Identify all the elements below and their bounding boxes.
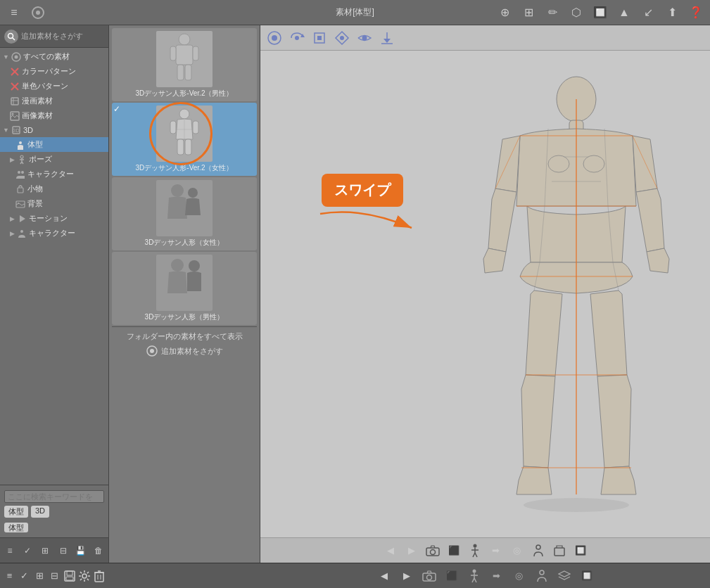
bottom-r-person[interactable] xyxy=(532,566,552,586)
svg-rect-10 xyxy=(11,98,18,105)
clip-icon[interactable] xyxy=(27,3,49,23)
vp-bottom-figure[interactable] xyxy=(465,541,485,561)
bottom-check-icon[interactable]: ✓ xyxy=(18,566,31,586)
lb-icon-4[interactable]: ⊟ xyxy=(55,542,72,560)
tag-search-input[interactable] xyxy=(4,490,104,503)
bottom-r-arrow[interactable]: ➡ xyxy=(487,566,507,586)
svg-point-1 xyxy=(36,11,40,15)
material-list: 3Dデッサン人形-Ver.2（男性） ✓ xyxy=(109,25,260,563)
lb-icon-1[interactable]: ≡ xyxy=(1,542,18,560)
tag-area: 体型 3D 体型 xyxy=(0,485,108,537)
svg-point-82 xyxy=(583,155,604,172)
tree-item-body[interactable]: 体型 xyxy=(0,137,108,152)
tree-label-pose: ポーズ xyxy=(29,154,52,165)
viewport-bottom: ◀ ▶ ⬛ ➡ ◎ xyxy=(260,537,710,563)
bottom-grid2-icon[interactable]: ⊟ xyxy=(48,566,61,586)
vp-bottom-square[interactable]: ⬛ xyxy=(444,541,464,561)
toolbar-icon-3[interactable]: ✏ xyxy=(541,3,564,23)
bottom-settings-icon[interactable] xyxy=(77,566,91,586)
material-item-3[interactable]: 3Dデッサン人形（男性） xyxy=(112,252,257,325)
tag-badge-2[interactable]: 体型 xyxy=(4,523,28,532)
bottom-r-camera[interactable] xyxy=(419,566,439,586)
material-item-1[interactable]: ✓ xyxy=(112,103,257,176)
svg-marker-60 xyxy=(383,39,391,43)
material-label-1: 3Dデッサン人形-Ver.2（女性） xyxy=(136,163,234,173)
search-icon[interactable] xyxy=(4,30,18,44)
vp-bone-icon[interactable] xyxy=(332,28,352,48)
tag-badge-0[interactable]: 体型 xyxy=(4,506,28,518)
tree-item-manga[interactable]: 漫画素材 xyxy=(0,94,108,108)
lb-icon-2[interactable]: ✓ xyxy=(19,542,36,560)
toolbar-icon-6[interactable]: ▲ xyxy=(613,3,635,23)
vp-bottom-circle[interactable]: ◎ xyxy=(507,541,527,561)
bottom-r-next[interactable]: ▶ xyxy=(397,566,417,586)
svg-point-30 xyxy=(179,34,190,45)
svg-text:3D: 3D xyxy=(13,128,19,133)
vp-export-icon[interactable] xyxy=(377,28,397,48)
material-panel: 3Dデッサン人形-Ver.2（男性） ✓ xyxy=(109,25,260,563)
vp-bottom-prev[interactable]: ◀ xyxy=(381,541,400,561)
vp-bottom-arrow[interactable]: ➡ xyxy=(486,541,506,561)
vp-scale-icon[interactable] xyxy=(310,28,329,48)
toolbar-icon-5[interactable]: 🔲 xyxy=(589,3,611,23)
svg-rect-35 xyxy=(185,65,191,80)
material-label-2: 3Dデッサン人形（女性） xyxy=(145,238,224,248)
add-material-button[interactable]: 追加素材をさがす xyxy=(146,345,223,357)
tree-item-mono[interactable]: 単色パターン xyxy=(0,79,108,94)
bottom-r-figure[interactable] xyxy=(464,566,484,586)
bottom-r-square[interactable]: ⬛ xyxy=(442,566,462,586)
toolbar-icon-4[interactable]: ⬡ xyxy=(565,3,588,23)
vp-bottom-camera[interactable] xyxy=(423,541,443,561)
svg-point-2 xyxy=(8,33,13,38)
lb-icon-3[interactable]: ⊞ xyxy=(37,542,53,560)
vp-bottom-grid[interactable]: 🔲 xyxy=(571,541,590,561)
lb-icon-5[interactable]: 💾 xyxy=(72,542,89,560)
bottom-r-layers[interactable] xyxy=(554,566,574,586)
tree-item-3d[interactable]: ▼ 3D 3D xyxy=(0,123,108,137)
tree-item-chara2[interactable]: ▶ キャラクター xyxy=(0,226,108,241)
left-sidebar: 追加素材をさがす ▼ すべての素材 カラーパターン xyxy=(0,25,109,563)
toolbar-icon-7[interactable]: ↙ xyxy=(637,3,659,23)
tree-item-color[interactable]: カラーパターン xyxy=(0,64,108,79)
vp-rotate-icon[interactable] xyxy=(287,28,307,48)
svg-rect-25 xyxy=(18,188,23,193)
swipe-bubble: スワイプ xyxy=(322,174,403,207)
bottom-r-prev[interactable]: ◀ xyxy=(374,566,394,586)
toolbar-icon-2[interactable]: ⊞ xyxy=(517,3,540,23)
vp-bottom-box[interactable] xyxy=(550,541,569,561)
tree-item-motion[interactable]: ▶ モーション xyxy=(0,211,108,226)
tree-item-all[interactable]: ▼ すべての素材 xyxy=(0,49,108,64)
tree-label-image: 画像素材 xyxy=(22,110,53,121)
vp-bottom-next[interactable]: ▶ xyxy=(402,541,421,561)
show-all-button[interactable]: フォルダー内の素材をすべて表示 xyxy=(127,331,243,342)
toolbar-icon-1[interactable]: ⊕ xyxy=(493,3,516,23)
material-thumb-2 xyxy=(156,180,213,236)
bottom-save-icon[interactable] xyxy=(63,566,76,586)
bottom-menu-icon[interactable]: ≡ xyxy=(3,566,16,586)
bottom-grid1-icon[interactable]: ⊞ xyxy=(33,566,46,586)
bottom-trash-icon[interactable] xyxy=(93,566,106,586)
svg-point-36 xyxy=(179,109,189,119)
vp-bottom-figure2[interactable] xyxy=(528,541,548,561)
bottom-r-circle[interactable]: ◎ xyxy=(509,566,529,586)
swipe-annotation: スワイプ xyxy=(306,174,419,242)
tag-badge-1[interactable]: 3D xyxy=(31,506,49,518)
help-icon[interactable]: ❓ xyxy=(685,3,707,23)
tree-item-pose[interactable]: ▶ ポーズ xyxy=(0,152,108,167)
vp-eye-icon[interactable] xyxy=(355,28,374,48)
tree-item-bg[interactable]: 背景 xyxy=(0,196,108,211)
menu-icon[interactable]: ≡ xyxy=(3,3,25,23)
material-item-2[interactable]: 3Dデッサン人形（女性） xyxy=(112,177,257,250)
svg-rect-39 xyxy=(177,139,184,155)
vp-move-icon[interactable]: + xyxy=(265,28,284,48)
tree-item-image[interactable]: 画像素材 xyxy=(0,108,108,123)
tree-item-props[interactable]: 小物 xyxy=(0,181,108,196)
tree-label-manga: 漫画素材 xyxy=(22,96,53,106)
lb-icon-6[interactable]: 🗑 xyxy=(90,542,107,560)
toolbar-icon-8[interactable]: ⬆ xyxy=(661,3,683,23)
bottom-r-grid[interactable]: 🔲 xyxy=(577,566,597,586)
svg-point-83 xyxy=(524,498,629,512)
material-item-0[interactable]: 3Dデッサン人形-Ver.2（男性） xyxy=(112,28,257,101)
tree-item-chara[interactable]: キャラクター xyxy=(0,167,108,181)
svg-rect-32 xyxy=(170,46,176,60)
